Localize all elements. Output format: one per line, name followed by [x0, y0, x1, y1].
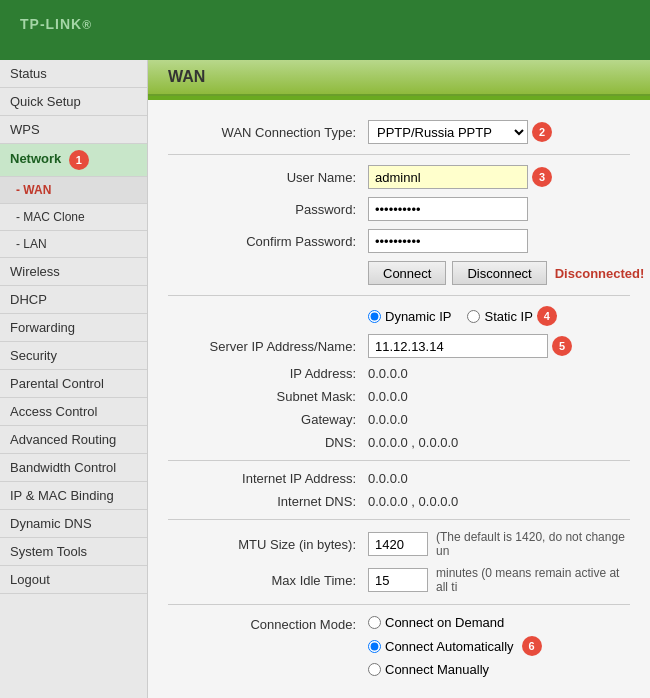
- username-row: User Name: 3: [168, 165, 630, 189]
- wan-type-label: WAN Connection Type:: [168, 125, 368, 140]
- main-content: WAN WAN Connection Type: PPTP/Russia PPT…: [148, 60, 650, 698]
- annotation-6: 6: [522, 636, 542, 656]
- internet-ip-row: Internet IP Address: 0.0.0.0: [168, 471, 630, 486]
- mode-on-demand-label: Connect on Demand: [385, 615, 504, 630]
- dynamic-ip-label: Dynamic IP: [385, 309, 451, 324]
- sidebar-item-access-control[interactable]: Access Control: [0, 398, 147, 426]
- mode-on-demand-radio[interactable]: [368, 616, 381, 629]
- annotation-4: 4: [537, 306, 557, 326]
- connection-mode-row: Connection Mode: Connect on Demand Conne…: [168, 615, 630, 677]
- mode-auto-option[interactable]: Connect Automatically 6: [368, 636, 542, 656]
- mode-manual-radio[interactable]: [368, 663, 381, 676]
- annotation-3: 3: [532, 167, 552, 187]
- wan-connection-type-select[interactable]: PPTP/Russia PPTP Dynamic IP Static IP PP…: [368, 120, 528, 144]
- connect-row: Connect Disconnect Disconnected!: [168, 261, 630, 285]
- sidebar-item-advanced-routing[interactable]: Advanced Routing: [0, 426, 147, 454]
- dynamic-ip-radio[interactable]: [368, 310, 381, 323]
- header: TP-LINK®: [0, 0, 650, 60]
- server-ip-label: Server IP Address/Name:: [168, 339, 368, 354]
- username-label: User Name:: [168, 170, 368, 185]
- mtu-input[interactable]: [368, 532, 428, 556]
- divider-5: [168, 604, 630, 605]
- dns-row: DNS: 0.0.0.0 , 0.0.0.0: [168, 435, 630, 450]
- logo-text: TP-LINK: [20, 16, 82, 32]
- sidebar-item-network[interactable]: Network 1: [0, 144, 147, 177]
- sidebar-item-quick-setup[interactable]: Quick Setup: [0, 88, 147, 116]
- server-ip-input[interactable]: [368, 334, 548, 358]
- annotation-2: 2: [532, 122, 552, 142]
- ip-type-radio-group: Dynamic IP Static IP: [368, 309, 533, 324]
- wan-type-row: WAN Connection Type: PPTP/Russia PPTP Dy…: [168, 120, 630, 144]
- sidebar-item-security[interactable]: Security: [0, 342, 147, 370]
- sidebar-item-wireless[interactable]: Wireless: [0, 258, 147, 286]
- disconnect-button[interactable]: Disconnect: [452, 261, 546, 285]
- logo: TP-LINK®: [20, 14, 92, 46]
- gateway-row: Gateway: 0.0.0.0: [168, 412, 630, 427]
- static-ip-option[interactable]: Static IP: [467, 309, 532, 324]
- static-ip-label: Static IP: [484, 309, 532, 324]
- ip-address-label: IP Address:: [168, 366, 368, 381]
- subnet-mask-label: Subnet Mask:: [168, 389, 368, 404]
- confirm-password-row: Confirm Password:: [168, 229, 630, 253]
- mtu-note: (The default is 1420, do not change un: [436, 530, 630, 558]
- sidebar-item-parental-control[interactable]: Parental Control: [0, 370, 147, 398]
- internet-ip-label: Internet IP Address:: [168, 471, 368, 486]
- max-idle-input[interactable]: [368, 568, 428, 592]
- subnet-mask-row: Subnet Mask: 0.0.0.0: [168, 389, 630, 404]
- annotation-1: 1: [69, 150, 89, 170]
- sidebar-item-wan[interactable]: - WAN: [0, 177, 147, 204]
- sidebar: Status Quick Setup WPS Network 1 - WAN -…: [0, 60, 148, 698]
- internet-ip-value: 0.0.0.0: [368, 471, 408, 486]
- connect-button[interactable]: Connect: [368, 261, 446, 285]
- annotation-5: 5: [552, 336, 572, 356]
- connection-mode-group: Connect on Demand Connect Automatically …: [368, 615, 542, 677]
- sidebar-item-bandwidth-control[interactable]: Bandwidth Control: [0, 454, 147, 482]
- mode-manual-option[interactable]: Connect Manually: [368, 662, 542, 677]
- mode-auto-radio[interactable]: [368, 640, 381, 653]
- sidebar-item-ip-mac-binding[interactable]: IP & MAC Binding: [0, 482, 147, 510]
- confirm-password-label: Confirm Password:: [168, 234, 368, 249]
- sidebar-item-system-tools[interactable]: System Tools: [0, 538, 147, 566]
- gateway-value: 0.0.0.0: [368, 412, 408, 427]
- server-ip-row: Server IP Address/Name: 5: [168, 334, 630, 358]
- dns-label: DNS:: [168, 435, 368, 450]
- sidebar-item-forwarding[interactable]: Forwarding: [0, 314, 147, 342]
- trademark: ®: [82, 18, 92, 32]
- password-input[interactable]: [368, 197, 528, 221]
- divider-1: [168, 154, 630, 155]
- internet-dns-value: 0.0.0.0 , 0.0.0.0: [368, 494, 458, 509]
- username-input[interactable]: [368, 165, 528, 189]
- sidebar-item-lan[interactable]: - LAN: [0, 231, 147, 258]
- mode-auto-label: Connect Automatically: [385, 639, 514, 654]
- divider-3: [168, 460, 630, 461]
- disconnected-status: Disconnected!: [555, 266, 645, 281]
- page-title: WAN: [148, 60, 650, 96]
- sidebar-item-logout[interactable]: Logout: [0, 566, 147, 594]
- connection-mode-label: Connection Mode:: [168, 615, 368, 632]
- max-idle-note: minutes (0 means remain active at all ti: [436, 566, 630, 594]
- password-row: Password:: [168, 197, 630, 221]
- internet-dns-row: Internet DNS: 0.0.0.0 , 0.0.0.0: [168, 494, 630, 509]
- sidebar-item-status[interactable]: Status: [0, 60, 147, 88]
- gateway-label: Gateway:: [168, 412, 368, 427]
- sidebar-item-dynamic-dns[interactable]: Dynamic DNS: [0, 510, 147, 538]
- form-area: WAN Connection Type: PPTP/Russia PPTP Dy…: [148, 110, 650, 695]
- sidebar-item-wps[interactable]: WPS: [0, 116, 147, 144]
- green-separator: [148, 96, 650, 100]
- dynamic-ip-option[interactable]: Dynamic IP: [368, 309, 451, 324]
- internet-dns-label: Internet DNS:: [168, 494, 368, 509]
- divider-4: [168, 519, 630, 520]
- sidebar-item-mac-clone[interactable]: - MAC Clone: [0, 204, 147, 231]
- mtu-row: MTU Size (in bytes): (The default is 142…: [168, 530, 630, 558]
- sidebar-item-dhcp[interactable]: DHCP: [0, 286, 147, 314]
- main-layout: Status Quick Setup WPS Network 1 - WAN -…: [0, 60, 650, 698]
- divider-2: [168, 295, 630, 296]
- mode-manual-label: Connect Manually: [385, 662, 489, 677]
- static-ip-radio[interactable]: [467, 310, 480, 323]
- mode-on-demand-option[interactable]: Connect on Demand: [368, 615, 542, 630]
- confirm-password-input[interactable]: [368, 229, 528, 253]
- dns-value: 0.0.0.0 , 0.0.0.0: [368, 435, 458, 450]
- password-label: Password:: [168, 202, 368, 217]
- mtu-label: MTU Size (in bytes):: [168, 537, 368, 552]
- max-idle-label: Max Idle Time:: [168, 573, 368, 588]
